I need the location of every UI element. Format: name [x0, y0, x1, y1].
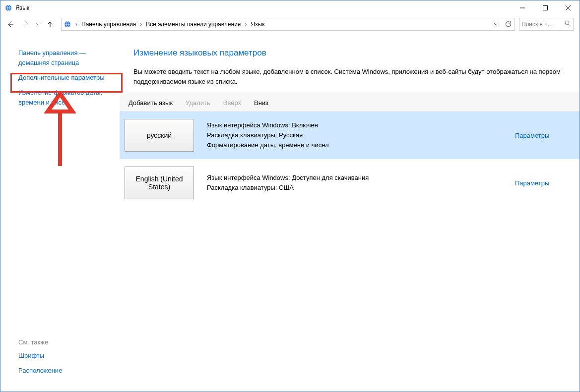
see-also-section: См. также Шрифты Расположение [18, 338, 62, 381]
sidebar-link-location[interactable]: Расположение [18, 366, 62, 376]
breadcrumb-segment[interactable]: Язык [249, 18, 266, 30]
language-row[interactable]: русский Язык интерфейса Windows: Включен… [120, 112, 580, 159]
chevron-right-icon[interactable]: › [73, 21, 79, 28]
language-options: Параметры [515, 179, 575, 187]
language-info-line: Язык интерфейса Windows: Доступен для ск… [207, 173, 515, 183]
up-button[interactable] [42, 16, 58, 32]
svg-rect-2 [543, 5, 548, 10]
language-info-line: Язык интерфейса Windows: Включен [207, 120, 515, 130]
title-bar: Язык [0, 0, 580, 15]
window-controls [511, 0, 580, 15]
toolbar-remove: Удалить [182, 97, 214, 109]
page-heading: Изменение языковых параметров [133, 48, 571, 58]
close-button[interactable] [557, 0, 580, 15]
language-tile[interactable]: русский [125, 119, 194, 152]
language-toolbar: Добавить язык Удалить Вверх Вниз [120, 94, 580, 112]
main-panel: Изменение языковых параметров Вы можете … [120, 33, 580, 392]
search-input[interactable] [521, 21, 571, 28]
sidebar-link-home[interactable]: Панель управления — домашняя страница [18, 48, 108, 68]
sidebar-link-advanced[interactable]: Дополнительные параметры [18, 73, 120, 83]
language-info: Язык интерфейса Windows: Включен Расклад… [207, 120, 515, 150]
toolbar-add-language[interactable]: Добавить язык [125, 97, 177, 109]
language-tile[interactable]: English (United States) [125, 167, 194, 199]
language-info-line: Форматирование даты, времени и чисел [207, 140, 515, 150]
svg-line-10 [569, 24, 571, 26]
language-options-link[interactable]: Параметры [515, 179, 549, 187]
language-info-line: Раскладка клавиатуры: США [207, 183, 515, 193]
language-info-line: Раскладка клавиатуры: Русская [207, 130, 515, 140]
minimize-button[interactable] [511, 0, 534, 15]
breadcrumb-segment[interactable]: Все элементы панели управления [144, 18, 243, 30]
recent-dropdown[interactable] [34, 16, 42, 32]
window-title: Язык [15, 4, 29, 11]
app-icon [4, 4, 12, 12]
page-description: Вы можете вводить текст на любом языке, … [133, 67, 571, 87]
language-info: Язык интерфейса Windows: Доступен для ск… [207, 173, 515, 193]
back-button[interactable] [2, 16, 18, 32]
see-also-header: См. также [18, 338, 62, 346]
sidebar-link-fonts[interactable]: Шрифты [18, 351, 62, 361]
search-icon[interactable] [565, 20, 571, 28]
search-box[interactable] [519, 18, 574, 31]
sidebar: Панель управления — домашняя страница До… [0, 33, 120, 392]
breadcrumb-segment[interactable]: Панель управления [79, 18, 138, 30]
toolbar-move-down[interactable]: Вниз [250, 97, 272, 109]
language-options-link[interactable]: Параметры [515, 132, 549, 139]
content-area: Панель управления — домашняя страница До… [0, 33, 580, 392]
breadcrumb-icon [64, 20, 71, 28]
toolbar-move-up: Вверх [219, 97, 245, 109]
language-row[interactable]: English (United States) Язык интерфейса … [120, 159, 580, 207]
breadcrumb[interactable]: › Панель управления › Все элементы панел… [61, 18, 515, 31]
sidebar-link-formats[interactable]: Изменение форматов даты, времени и чисел [18, 88, 118, 108]
maximize-button[interactable] [534, 0, 557, 15]
forward-button[interactable] [18, 16, 34, 32]
svg-point-9 [565, 21, 569, 25]
chevron-right-icon[interactable]: › [243, 21, 249, 28]
address-bar-row: › Панель управления › Все элементы панел… [0, 15, 580, 33]
chevron-right-icon[interactable]: › [138, 21, 144, 28]
language-options: Параметры [515, 132, 575, 139]
breadcrumb-dropdown[interactable] [490, 18, 502, 30]
refresh-button[interactable] [502, 18, 514, 30]
language-list: русский Язык интерфейса Windows: Включен… [120, 112, 580, 207]
